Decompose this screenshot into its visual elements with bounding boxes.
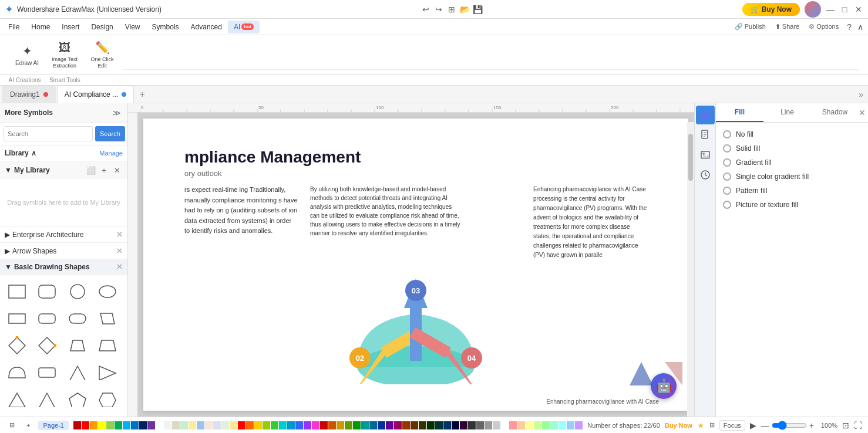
- color-swatch[interactable]: [271, 421, 278, 429]
- shape-diamond[interactable]: [5, 333, 29, 358]
- shape-hexagon[interactable]: [35, 360, 59, 385]
- color-swatch[interactable]: [115, 421, 122, 429]
- color-swatch[interactable]: [411, 421, 418, 429]
- menu-ai[interactable]: AI hot: [228, 21, 260, 33]
- fill-panel-btn[interactable]: [696, 106, 715, 124]
- shape-ellipse[interactable]: [95, 279, 120, 304]
- color-swatch[interactable]: [485, 421, 492, 429]
- color-swatch[interactable]: [312, 421, 319, 429]
- fullscreen-btn[interactable]: ⛶: [854, 421, 862, 430]
- color-swatch[interactable]: [550, 421, 558, 429]
- color-swatch[interactable]: [172, 421, 180, 429]
- color-swatch[interactable]: [213, 421, 221, 429]
- right-panel-close-btn[interactable]: ✕: [859, 108, 866, 117]
- new-tab-btn[interactable]: ⊞: [447, 5, 456, 14]
- zoom-out-btn[interactable]: —: [761, 421, 769, 430]
- scrollbar-thumb[interactable]: [688, 134, 693, 181]
- focus-btn[interactable]: Focus: [719, 420, 745, 431]
- color-swatch[interactable]: [279, 421, 287, 429]
- user-avatar[interactable]: [805, 1, 821, 18]
- color-swatch[interactable]: [304, 421, 311, 429]
- color-swatch[interactable]: [106, 421, 114, 429]
- add-page-btn[interactable]: +: [23, 421, 33, 430]
- tab-line[interactable]: Line: [763, 103, 811, 122]
- share-btn[interactable]: ⬆ Share: [771, 23, 804, 31]
- color-swatch[interactable]: [542, 421, 550, 429]
- shape-pentagon[interactable]: [65, 387, 90, 412]
- color-swatch[interactable]: [468, 421, 476, 429]
- open-btn[interactable]: 📂: [460, 5, 469, 14]
- close-btn[interactable]: ✕: [854, 5, 863, 14]
- color-swatch[interactable]: [476, 421, 484, 429]
- color-swatch[interactable]: [328, 421, 336, 429]
- publish-btn[interactable]: 🔗 Publish: [730, 23, 771, 31]
- fill-gradient[interactable]: Gradient fill: [721, 155, 863, 170]
- color-swatch[interactable]: [394, 421, 402, 429]
- color-swatch[interactable]: [139, 421, 147, 429]
- color-swatch[interactable]: [526, 421, 533, 429]
- color-swatch[interactable]: [419, 421, 426, 429]
- fill-no-fill[interactable]: No fill: [721, 127, 863, 141]
- collapse-panel-btn[interactable]: ≫: [111, 107, 123, 119]
- image-text-btn[interactable]: 🖼 Image Text Extraction: [47, 38, 82, 72]
- arrow-shapes-item[interactable]: ▶ Arrow Shapes ✕: [0, 243, 127, 259]
- basic-shapes-close-btn[interactable]: ✕: [116, 262, 123, 271]
- color-swatch[interactable]: [452, 421, 459, 429]
- shape-circle[interactable]: [65, 279, 90, 304]
- redo-btn[interactable]: ↪: [434, 5, 443, 14]
- color-swatch[interactable]: [147, 421, 155, 429]
- menu-view[interactable]: View: [119, 21, 146, 33]
- my-lib-close-btn[interactable]: ✕: [111, 164, 123, 176]
- ea-close-btn[interactable]: ✕: [116, 230, 123, 239]
- color-swatch[interactable]: [287, 421, 295, 429]
- color-swatch[interactable]: [501, 421, 509, 429]
- history-panel-btn[interactable]: [696, 165, 715, 184]
- color-swatch[interactable]: [123, 421, 130, 429]
- play-btn[interactable]: ▶: [750, 421, 756, 430]
- color-swatch[interactable]: [164, 421, 171, 429]
- color-swatch[interactable]: [180, 421, 188, 429]
- shape-curved-rect[interactable]: [5, 360, 29, 385]
- buy-now-btn[interactable]: 🛒 Buy Now: [742, 3, 800, 16]
- menu-advanced[interactable]: Advanced: [185, 21, 228, 33]
- menu-home[interactable]: Home: [25, 21, 56, 33]
- image-panel-btn[interactable]: [696, 146, 715, 164]
- page-layout-btn[interactable]: ⊞: [6, 420, 18, 430]
- doc-panel-btn[interactable]: [696, 126, 715, 144]
- menu-design[interactable]: Design: [85, 21, 119, 33]
- color-swatch[interactable]: [345, 421, 352, 429]
- collapse-ribbon-btn[interactable]: ∧: [855, 22, 866, 32]
- manage-link[interactable]: Manage: [99, 150, 123, 157]
- shape-hexagon2[interactable]: [95, 387, 120, 412]
- color-swatch[interactable]: [559, 421, 566, 429]
- search-input[interactable]: [4, 126, 93, 141]
- help-btn[interactable]: ?: [843, 22, 855, 32]
- color-swatch[interactable]: [361, 421, 369, 429]
- color-swatch[interactable]: [246, 421, 254, 429]
- tab-shadow[interactable]: Shadow: [811, 103, 859, 122]
- shape-parallelogram[interactable]: [95, 306, 120, 331]
- color-swatch[interactable]: [98, 421, 106, 429]
- color-swatch[interactable]: [295, 421, 303, 429]
- shape-triangle[interactable]: [65, 360, 90, 385]
- shape-triangle-right[interactable]: [95, 360, 120, 385]
- color-swatch[interactable]: [189, 421, 196, 429]
- scrollbar-vertical[interactable]: [687, 122, 694, 417]
- tab-fill[interactable]: Fill: [716, 103, 763, 122]
- options-btn[interactable]: ⚙ Options: [804, 23, 843, 31]
- page-1-tab[interactable]: Page-1: [38, 421, 68, 430]
- shape-trapezoid[interactable]: [65, 333, 90, 358]
- color-swatch[interactable]: [337, 421, 344, 429]
- color-swatch[interactable]: [238, 421, 245, 429]
- color-swatch[interactable]: [567, 421, 574, 429]
- menu-file[interactable]: File: [2, 21, 25, 33]
- color-swatch[interactable]: [82, 421, 89, 429]
- color-swatch[interactable]: [156, 421, 163, 429]
- color-swatch[interactable]: [320, 421, 328, 429]
- shape-rect-rounded2[interactable]: [35, 333, 59, 358]
- my-lib-add-btn[interactable]: +: [98, 164, 110, 176]
- fill-pattern[interactable]: Pattern fill: [721, 184, 863, 198]
- canvas-wrapper[interactable]: mpliance Management ory outlook rs expec…: [137, 113, 694, 417]
- undo-btn[interactable]: ↩: [421, 5, 430, 14]
- search-btn[interactable]: Search: [95, 126, 125, 141]
